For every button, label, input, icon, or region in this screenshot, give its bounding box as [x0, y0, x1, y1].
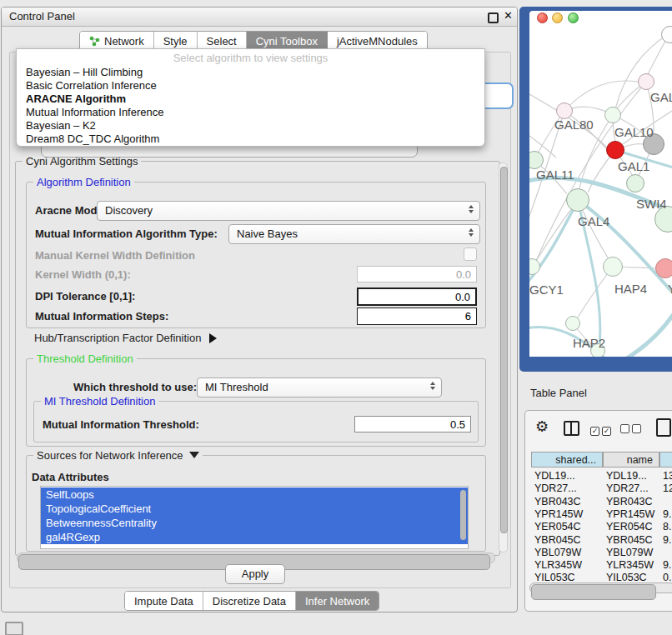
- tab-label: Style: [163, 35, 188, 48]
- mi-threshold-input[interactable]: [354, 416, 471, 432]
- algorithm-definition-group: Algorithm Definition Aracne Mode: Discov…: [26, 182, 486, 328]
- which-threshold-label: Which threshold to use:: [73, 381, 197, 393]
- algorithm-option[interactable]: Bayesian – K2: [26, 119, 96, 132]
- dpi-tolerance-input[interactable]: [357, 288, 477, 306]
- scrollbar-thumb[interactable]: [500, 167, 508, 533]
- tab-label: Select: [207, 35, 237, 48]
- tab-impute-data[interactable]: Impute Data: [125, 592, 203, 610]
- table-row[interactable]: YBL079WYBL079W: [531, 547, 672, 560]
- gear-icon[interactable]: ⚙: [535, 418, 549, 436]
- network-node-hap2[interactable]: [565, 316, 580, 331]
- network-canvas[interactable]: GAL GAL80 GAL10 GAL1 GAL11 SWI4 GAL4 GCY…: [529, 11, 672, 357]
- float-window-icon[interactable]: [488, 12, 499, 23]
- table-row[interactable]: YDL19...YDL19...13: [531, 470, 672, 483]
- deselect-all-checkboxes-icon[interactable]: [620, 423, 644, 436]
- sources-toggle[interactable]: Sources for Network Inference: [33, 449, 203, 462]
- minimized-widget-button[interactable]: [5, 622, 23, 635]
- algorithm-option[interactable]: Basic Correlation Inference: [26, 79, 157, 92]
- tab-label: Cyni Toolbox: [256, 35, 318, 48]
- kernel-width-input[interactable]: [357, 266, 477, 282]
- columns-icon[interactable]: [564, 421, 579, 436]
- table-panel-title: Table Panel: [530, 387, 587, 399]
- network-node-gal4[interactable]: [566, 188, 589, 212]
- algorithm-option[interactable]: Dream8 DC_TDC Algorithm: [26, 132, 159, 145]
- tab-discretize-data[interactable]: Discretize Data: [203, 592, 296, 610]
- table-row[interactable]: YDR27...YDR27...12: [531, 482, 672, 496]
- node-label: GAL: [650, 90, 672, 104]
- algorithm-option-selected[interactable]: ARACNE Algorithm: [26, 92, 126, 105]
- table-row[interactable]: YER054CYER054C8.: [531, 521, 672, 534]
- mi-threshold-label: Mutual Information Threshold:: [43, 418, 199, 431]
- network-node-gal1[interactable]: [626, 174, 644, 192]
- settings-hscrollbar[interactable]: [17, 552, 495, 563]
- aracne-mode-select[interactable]: Discovery: [97, 201, 480, 221]
- node-label: GAL11: [536, 168, 574, 182]
- tab-cyni-toolbox[interactable]: Cyni Toolbox: [247, 32, 328, 50]
- network-node-hap4[interactable]: [603, 257, 623, 277]
- network-node-selected[interactable]: [606, 141, 624, 159]
- settings-vscrollbar[interactable]: [499, 162, 508, 552]
- network-node-gal80[interactable]: [556, 102, 573, 119]
- scrollbar-thumb[interactable]: [531, 584, 656, 600]
- list-item[interactable]: BetweennessCentrality: [41, 516, 468, 530]
- network-edges: [529, 11, 672, 357]
- window-title: Control Panel: [9, 10, 75, 22]
- group-title: Threshold Definition: [33, 352, 137, 365]
- tab-network[interactable]: Network: [80, 32, 154, 50]
- table-row[interactable]: YPR145WYPR145W9.: [531, 508, 672, 522]
- list-scrollbar[interactable]: [460, 490, 466, 540]
- manual-kernel-width-checkbox[interactable]: [464, 248, 477, 261]
- tab-infer-network[interactable]: Infer Network: [296, 592, 379, 610]
- selected-value: Naive Bayes: [237, 228, 298, 240]
- mi-type-label: Mutual Information Algorithm Type:: [35, 228, 218, 240]
- dpi-tolerance-label: DPI Tolerance [0,1]:: [35, 290, 135, 302]
- table-hscrollbar[interactable]: [529, 582, 672, 593]
- network-icon: [89, 36, 100, 47]
- threshold-definition-group: Threshold Definition Which threshold to …: [26, 358, 486, 447]
- data-attributes-label: Data Attributes: [32, 471, 109, 483]
- mi-type-select[interactable]: Naive Bayes: [228, 224, 480, 244]
- tab-jactivemnodules[interactable]: jActiveMNodules: [328, 32, 427, 50]
- sources-title: Sources for Network Inference: [37, 449, 183, 462]
- list-item[interactable]: TopologicalCoefficient: [41, 502, 468, 516]
- table-row[interactable]: YLR345WYLR345W9.: [531, 559, 672, 572]
- list-item[interactable]: gal4RGexp: [41, 530, 468, 544]
- column-header-shared-name[interactable]: shared...: [531, 452, 603, 468]
- mi-steps-label: Mutual Information Steps:: [35, 310, 168, 322]
- tab-select[interactable]: Select: [198, 32, 247, 50]
- table-row[interactable]: YBR043CYBR043C: [531, 496, 672, 509]
- column-header[interactable]: [659, 452, 672, 468]
- export-table-icon[interactable]: [656, 418, 671, 437]
- screen: Control Panel ✕ Network Style Select: [0, 0, 672, 635]
- node-label: GAL4: [578, 214, 609, 228]
- tab-style[interactable]: Style: [154, 32, 198, 50]
- network-node-gal10[interactable]: [604, 107, 621, 123]
- popup-placeholder: Select algorithm to view settings: [17, 52, 484, 64]
- bottom-tabbar: Impute Data Discretize Data Infer Networ…: [124, 591, 379, 611]
- node-label: GAL1: [618, 159, 649, 173]
- minimize-traffic-light[interactable]: [552, 12, 563, 23]
- mi-steps-input[interactable]: [357, 308, 477, 325]
- tab-label: Infer Network: [305, 595, 369, 608]
- select-all-checkboxes-icon[interactable]: ✓✓: [590, 423, 614, 436]
- control-panel-window: Control Panel ✕ Network Style Select: [1, 7, 518, 612]
- algorithm-option[interactable]: Bayesian – Hill Climbing: [26, 66, 143, 78]
- table-row[interactable]: YBR045CYBR045C9.: [531, 534, 672, 548]
- close-window-icon[interactable]: ✕: [504, 9, 513, 22]
- apply-button[interactable]: Apply: [225, 564, 285, 584]
- collapse-down-icon[interactable]: [189, 452, 199, 458]
- selected-value: Discovery: [105, 204, 153, 217]
- which-threshold-select[interactable]: MI Threshold: [197, 378, 442, 398]
- network-node[interactable]: [638, 73, 654, 90]
- hub-definition-toggle[interactable]: Hub/Transcription Factor Definition: [34, 332, 217, 344]
- list-item[interactable]: SelfLoops: [41, 488, 468, 502]
- node-label: HAP4: [614, 282, 647, 296]
- close-traffic-light[interactable]: [537, 12, 548, 23]
- algorithm-option[interactable]: Mutual Information Inference: [26, 106, 163, 118]
- network-node[interactable]: [655, 258, 672, 278]
- column-header-name[interactable]: name: [603, 452, 659, 468]
- expand-right-icon[interactable]: [209, 333, 217, 343]
- control-panel-titlebar[interactable]: Control Panel ✕: [2, 8, 517, 27]
- zoom-traffic-light[interactable]: [568, 12, 579, 23]
- sources-group: Sources for Network Inference Data Attri…: [26, 455, 486, 552]
